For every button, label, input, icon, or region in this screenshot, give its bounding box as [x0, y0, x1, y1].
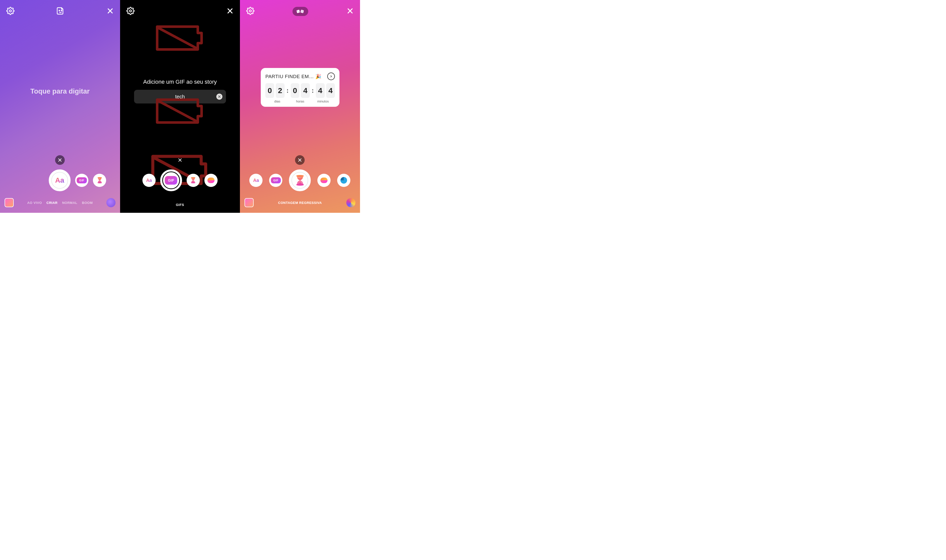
create-mode-countdown[interactable]: ⏳: [289, 169, 311, 191]
poll-icon: [207, 177, 215, 183]
gallery-thumbnail[interactable]: [244, 198, 254, 207]
digit-days-2: 2: [276, 83, 285, 98]
create-mode-type[interactable]: Aa: [49, 169, 71, 191]
mode-boomerang[interactable]: BOOM: [82, 201, 93, 205]
dismiss-mode-button[interactable]: [55, 155, 65, 165]
camera-mode-selector[interactable]: AO VIVO CRIAR NORMAL BOOM: [27, 201, 93, 205]
sticker-icon[interactable]: [56, 6, 65, 16]
label-minutes: minutos: [312, 99, 334, 103]
clear-search-button[interactable]: [216, 94, 222, 100]
svg-point-1: [59, 10, 60, 11]
create-mode-countdown[interactable]: ⏳: [93, 174, 106, 187]
gif-icon: GIF: [77, 177, 87, 183]
svg-point-3: [130, 10, 131, 12]
countdown-sticker[interactable]: PARTIU FINDE EM… 🎉 0 2 : 0 4 : 4 4 dias …: [261, 68, 340, 107]
digit-hours-2: 4: [301, 83, 310, 98]
create-mode-type[interactable]: Aa: [142, 174, 156, 187]
gallery-thumbnail[interactable]: [5, 198, 14, 207]
digit-mins-2: 4: [326, 83, 335, 98]
settings-icon[interactable]: [127, 7, 134, 16]
mode-normal[interactable]: NORMAL: [62, 201, 77, 205]
create-mode-type[interactable]: Aa: [249, 174, 262, 187]
randomize-button[interactable]: [292, 7, 308, 16]
countdown-share-button[interactable]: [327, 72, 335, 80]
close-icon[interactable]: [106, 7, 114, 15]
mode-live[interactable]: AO VIVO: [27, 201, 42, 205]
bottom-label: GIFS: [120, 203, 240, 207]
digit-days-1: 0: [265, 83, 274, 98]
color-picker-button[interactable]: [106, 198, 116, 207]
countdown-digits: 0 2 : 0 4 : 4 4: [265, 83, 335, 98]
gif-result-1[interactable]: [153, 23, 207, 53]
tap-to-type-prompt[interactable]: Toque para digitar: [0, 88, 120, 95]
settings-icon[interactable]: [246, 7, 255, 16]
type-aa-icon: Aa: [253, 178, 259, 183]
digit-hours-1: 0: [291, 83, 299, 98]
digit-mins-1: 4: [316, 83, 325, 98]
label-hours: horas: [289, 99, 312, 103]
hourglass-icon: ⏳: [190, 177, 196, 184]
create-mode-poll[interactable]: [204, 174, 218, 187]
gif-result-2[interactable]: [153, 96, 207, 126]
dismiss-mode-button[interactable]: [295, 155, 305, 165]
dice-icon: [296, 8, 305, 14]
poll-icon: [320, 177, 327, 183]
create-mode-gif[interactable]: GIF: [75, 174, 88, 187]
svg-point-2: [61, 10, 62, 11]
create-mode-poll[interactable]: [317, 174, 330, 187]
svg-point-4: [249, 10, 252, 12]
gif-icon: GIF: [271, 177, 281, 183]
hourglass-icon: ⏳: [96, 177, 103, 184]
type-aa-icon: Aa: [146, 178, 152, 183]
color-picker-button[interactable]: [346, 198, 355, 207]
close-icon[interactable]: [347, 7, 354, 15]
close-icon[interactable]: [227, 7, 234, 15]
gif-search-title: Adicione um GIF ao seu story: [120, 78, 240, 85]
quiz-icon: [341, 177, 347, 184]
svg-rect-8: [301, 10, 304, 13]
create-mode-gif[interactable]: GIF: [160, 169, 182, 191]
create-mode-quiz[interactable]: [337, 174, 350, 187]
mode-create[interactable]: CRIAR: [46, 201, 58, 205]
svg-rect-5: [296, 10, 300, 13]
bottom-label: CONTAGEM REGRESSIVA: [278, 201, 322, 205]
countdown-labels: dias horas minutos: [265, 99, 335, 103]
settings-icon[interactable]: [6, 7, 14, 16]
create-mode-gif[interactable]: GIF: [269, 174, 282, 187]
countdown-title[interactable]: PARTIU FINDE EM… 🎉: [265, 74, 321, 79]
create-mode-countdown[interactable]: ⏳: [187, 174, 200, 187]
svg-point-0: [9, 10, 11, 12]
label-days: dias: [266, 99, 289, 103]
